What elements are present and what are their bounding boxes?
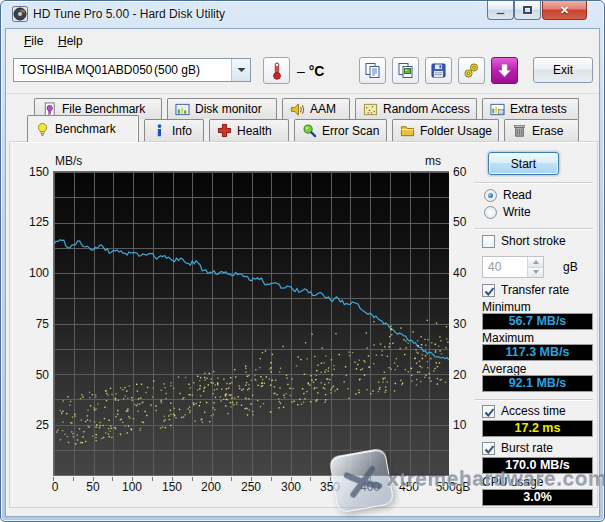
close-icon: ✕ [560,5,569,16]
tab-erase[interactable]: Erase [504,119,579,141]
drive-selector[interactable]: TOSHIBA MQ01ABD050 (500 gB) [13,58,251,82]
y-tick-label-right: 40 [453,266,477,280]
options-button[interactable] [458,57,485,84]
menu-file[interactable]: File [18,32,49,50]
folder-icon [400,123,415,138]
y-tick-label-right: 10 [453,418,477,432]
window-title: HD Tune Pro 5.00 - Hard Disk Utility [33,7,225,21]
speaker-icon [290,102,305,117]
lightbulb-icon [35,122,50,137]
screenshot-down-arrow-icon [497,63,512,78]
burst-rate-checkbox[interactable]: Burst rate [482,441,553,455]
y-tick-label: 50 [17,368,49,382]
title-bar[interactable]: HD Tune Pro 5.00 - Hard Disk Utility ✕ [1,1,604,28]
separator [475,228,593,230]
y-tick-label-right: 50 [453,215,477,229]
access-time-checkbox[interactable]: Access time [482,404,566,418]
trash-icon [512,123,527,138]
y-tick-label-right: 30 [453,317,477,331]
read-radio[interactable]: Read [484,188,532,202]
exit-button[interactable]: Exit [533,57,593,83]
menu-help[interactable]: Help [52,32,89,50]
checkbox-icon [482,405,495,418]
radio-icon [484,206,497,219]
transfer-rate-checkbox[interactable]: Transfer rate [482,283,569,297]
magnifier-icon [302,123,317,138]
access-time-value: 17.2 ms [482,420,593,437]
tab-extra-tests[interactable]: Extra tests [482,98,579,119]
x-tick-label: 50 [71,480,115,494]
copy-text-icon [364,62,381,79]
short-stroke-size-stepper[interactable]: 40 [482,256,544,278]
y-tick-label: 150 [17,165,49,179]
tab-random-access[interactable]: Random Access [355,98,477,119]
minimize-icon [496,12,505,15]
drive-model: TOSHIBA MQ01ABD050 [14,63,154,77]
extra-tests-icon [490,102,505,117]
health-cross-icon [217,123,232,138]
average-label: Average [482,362,526,376]
cpu-usage-value: 3.0% [482,489,593,506]
x-tick-label: 150 [150,480,194,494]
x-tick-label: 400 [348,480,392,494]
maximum-label: Maximum [482,331,534,345]
tab-folder-usage[interactable]: Folder Usage [392,119,499,141]
menu-bar: File Help [6,29,599,52]
tab-disk-monitor[interactable]: Disk monitor [167,98,277,119]
tab-error-scan[interactable]: Error Scan [294,119,387,141]
tab-info[interactable]: Info [144,119,204,141]
x-tick-label: 450 [387,480,431,494]
right-axis-unit: ms [425,154,441,168]
temperature-button[interactable] [263,57,290,84]
stepper-down-button[interactable] [528,267,543,278]
down-arrow-icon [533,270,539,274]
copy-image-icon [397,62,414,79]
maximum-value: 117.3 MB/s [482,344,593,361]
capacity-unit-label: gB [563,260,578,274]
minimum-value: 56.7 MB/s [482,313,593,330]
left-axis-unit: MB/s [55,154,82,168]
drive-capacity: (500 gB) [154,63,220,77]
short-stroke-checkbox[interactable]: Short stroke [482,234,566,248]
y-tick-label: 25 [17,418,49,432]
minimize-button[interactable] [487,1,514,20]
close-button[interactable]: ✕ [542,1,587,20]
start-button[interactable]: Start [488,152,559,175]
separator [475,399,593,401]
restore-icon [523,6,532,14]
x-tick-label: 100 [110,480,154,494]
screenshot-button[interactable] [491,57,518,84]
x-tick-label: 300 [269,480,313,494]
dropdown-arrow-button[interactable] [231,59,250,81]
burst-rate-value: 170.0 MB/s [482,457,593,474]
radio-icon [484,189,497,202]
benchmark-chart [54,172,449,475]
disk-monitor-icon [175,102,190,117]
options-icon [463,62,480,79]
thermometer-icon [269,62,285,80]
separator [475,182,593,184]
hd-tune-disk-icon [12,6,28,22]
x-tick-label: 500gB [431,480,475,494]
tab-benchmark[interactable]: Benchmark [27,115,139,142]
up-arrow-icon [533,260,539,264]
write-radio[interactable]: Write [484,205,531,219]
temperature-readout: – °C [297,63,324,79]
x-tick-label: 350 [308,480,352,494]
app-window: HD Tune Pro 5.00 - Hard Disk Utility ✕ F… [0,0,605,522]
copy-text-button[interactable] [359,57,386,84]
save-button[interactable] [425,57,452,84]
chevron-down-icon [237,67,246,73]
info-icon [152,123,167,138]
checkbox-icon [482,284,495,297]
tab-health[interactable]: Health [209,119,289,141]
stepper-up-button[interactable] [528,257,543,267]
restore-button[interactable] [514,1,541,20]
y-tick-label-right: 60 [453,165,477,179]
random-access-icon [363,102,378,117]
tab-aam[interactable]: AAM [282,98,350,119]
y-tick-label: 125 [17,215,49,229]
save-icon [430,62,447,79]
average-value: 92.1 MB/s [482,375,593,392]
copy-image-button[interactable] [392,57,419,84]
